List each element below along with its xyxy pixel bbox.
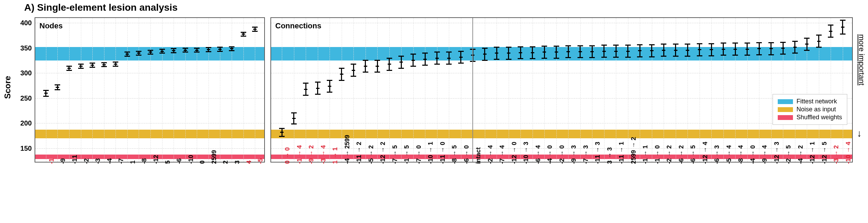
y-tick-label: 300 bbox=[20, 69, 35, 77]
x-tick-label: -6 → 0 bbox=[463, 145, 470, 164]
grid-line-v bbox=[640, 18, 640, 162]
x-tick-label: -7 → 3 bbox=[582, 145, 590, 164]
x-tick-label: 5 bbox=[164, 160, 172, 164]
y-tick-label: 250 bbox=[20, 94, 35, 102]
grid-line-v bbox=[92, 18, 93, 162]
grid-line-v bbox=[461, 18, 461, 162]
grid-line-v bbox=[197, 18, 197, 162]
panel-nodes-label: Nodes bbox=[39, 21, 63, 30]
grid-line-v bbox=[783, 18, 783, 162]
x-tick-label: 2599 bbox=[211, 150, 218, 164]
grid-line-v bbox=[652, 18, 652, 162]
legend-item-fittest: Fittest network bbox=[778, 98, 842, 105]
x-tick-label: -12 → 5 bbox=[821, 142, 828, 164]
grid-line-v bbox=[209, 18, 209, 162]
x-tick-label: -11 bbox=[71, 155, 79, 164]
x-tick-label: -12 → 3 bbox=[773, 142, 781, 164]
band-fittest_network bbox=[271, 47, 852, 61]
grid-line-v bbox=[220, 18, 220, 162]
legend-item-noise: Noise as input bbox=[778, 106, 842, 113]
x-tick-label: -8 bbox=[141, 158, 148, 164]
grid-line bbox=[271, 123, 852, 123]
grid-line-v bbox=[723, 18, 724, 162]
x-tick-label: -9 bbox=[59, 158, 67, 164]
legend-label: Fittest network bbox=[796, 98, 837, 105]
legend: Fittest network Noise as input Shuffled … bbox=[773, 94, 847, 125]
x-tick-label: -2 → 4 bbox=[487, 145, 494, 164]
grid-line bbox=[35, 23, 264, 23]
grid-line-v bbox=[664, 18, 664, 162]
x-tick-label: -2 → 2 bbox=[666, 145, 673, 164]
x-tick-label: -7 → 4 bbox=[499, 145, 506, 164]
x-tick-label: -1 → 0 bbox=[654, 145, 661, 164]
x-tick-label: -3 → 2 bbox=[833, 145, 840, 164]
grid-line-v bbox=[556, 18, 557, 162]
y-tick-label: 400 bbox=[20, 19, 35, 27]
grid-line-v bbox=[127, 18, 128, 162]
grid-line-v bbox=[771, 18, 772, 162]
grid-line-v bbox=[139, 18, 139, 162]
x-tick-label: -11 → 0 bbox=[439, 142, 446, 164]
x-tick-label: -12 → 1 bbox=[809, 142, 816, 164]
grid-line-v bbox=[232, 18, 232, 162]
grid-line-v bbox=[174, 18, 174, 162]
side-annotation: more important bbox=[857, 34, 866, 85]
x-tick-label: -5 bbox=[257, 158, 264, 164]
x-tick-label: 2599 → 2 bbox=[630, 137, 637, 164]
grid-line-v bbox=[69, 18, 70, 162]
x-tick-label: intact bbox=[475, 147, 482, 164]
grid-line-v bbox=[843, 18, 843, 162]
x-tick-label: -1 → 4 bbox=[296, 145, 303, 164]
grid-line-v bbox=[294, 18, 294, 162]
legend-item-shuffled: Shuffled weights bbox=[778, 114, 842, 121]
grid-line-v bbox=[413, 18, 414, 162]
panel-nodes: 150200250300350400-1-9-11-2-3-4-71-8-125… bbox=[35, 17, 265, 162]
x-tick-label: -1 → 5 bbox=[403, 145, 410, 164]
legend-label: Noise as input bbox=[796, 106, 836, 113]
grid-line-v bbox=[628, 18, 628, 162]
x-tick-label: -2 bbox=[83, 158, 90, 164]
swatch-noise bbox=[778, 107, 793, 112]
x-tick-label: -6 bbox=[176, 158, 183, 164]
x-tick-label: -2 → 5 bbox=[785, 145, 792, 164]
grid-line-v bbox=[700, 18, 700, 162]
x-tick-label: -11 → 3 bbox=[594, 142, 601, 164]
grid-line-v bbox=[485, 18, 485, 162]
x-tick-label: -5 → 4 bbox=[726, 145, 733, 164]
grid-line-v bbox=[282, 18, 282, 162]
grid-line-v bbox=[497, 18, 497, 162]
x-tick-label: -9 → 4 bbox=[761, 145, 768, 164]
x-tick-label: -11 → 1 bbox=[618, 142, 625, 164]
x-tick-label: 3 → 3 bbox=[606, 147, 613, 164]
grid-line-v bbox=[759, 18, 759, 162]
x-tick-label: -4 → 2 bbox=[797, 145, 804, 164]
band-shuffled_weights bbox=[35, 155, 264, 159]
grid-line bbox=[35, 123, 264, 123]
x-tick-label: 1 bbox=[129, 160, 137, 164]
x-tick-label: 2 bbox=[222, 160, 229, 164]
grid-line-v bbox=[580, 18, 581, 162]
grid-line-v bbox=[81, 18, 81, 162]
arrow-down-icon: ↓ bbox=[857, 128, 862, 139]
grid-line-v bbox=[735, 18, 736, 162]
x-tick-label: -12 → 2 bbox=[379, 142, 387, 164]
x-tick-label: -9 → 2 bbox=[308, 145, 315, 164]
x-tick-label: -1 bbox=[48, 158, 55, 164]
x-tick-label: -10 bbox=[187, 155, 195, 164]
x-tick-label: 0 bbox=[199, 160, 206, 164]
grid-line bbox=[271, 98, 852, 99]
grid-line-v bbox=[795, 18, 795, 162]
x-tick-label: -3 → 4 bbox=[320, 145, 327, 164]
x-tick-label: -7 bbox=[118, 158, 125, 164]
grid-line-v bbox=[185, 18, 186, 162]
grid-line-v bbox=[687, 18, 688, 162]
x-tick-label: 0 → 0 bbox=[284, 147, 291, 164]
grid-line-v bbox=[162, 18, 163, 162]
x-tick-label: -9 → 3 bbox=[570, 145, 578, 164]
grid-line-v bbox=[377, 18, 378, 162]
grid-line-v bbox=[243, 18, 244, 162]
grid-line-v bbox=[831, 18, 831, 162]
y-tick-label: 200 bbox=[20, 119, 35, 127]
y-tick-label: 150 bbox=[20, 144, 35, 152]
x-tick-label: -5 → 2 bbox=[368, 145, 375, 164]
